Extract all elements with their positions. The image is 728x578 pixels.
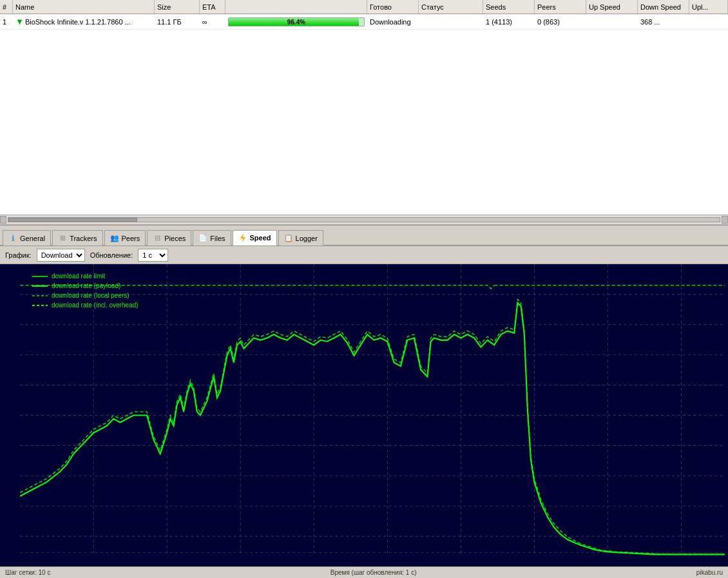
scrollbar-track[interactable] <box>8 217 720 222</box>
col-header-name: Name <box>13 0 155 14</box>
col-header-done: Готово <box>367 0 419 14</box>
col-header-downspeed: Down Speed <box>638 0 689 14</box>
torrent-num: 1 <box>0 14 13 29</box>
col-header-seeds: Seeds <box>483 0 535 14</box>
legend-line-overhead <box>32 305 48 306</box>
peers-icon: 👥 <box>110 234 119 243</box>
torrent-seeds: 1 (4113) <box>483 14 535 29</box>
scroll-left-arrow[interactable] <box>0 216 6 224</box>
progress-bar: 96.4% <box>228 17 365 26</box>
legend-line-limit <box>32 276 48 277</box>
col-header-upspeed: Up Speed <box>586 0 638 14</box>
tabs-bar: ℹ General ⊞ Trackers 👥 Peers ⊟ Pieces 📄 … <box>0 226 728 246</box>
graph-select[interactable]: Download Upload <box>37 249 85 262</box>
info-icon: ℹ <box>8 234 17 243</box>
torrent-progress: 96.4% <box>225 14 367 29</box>
legend-label-local: download rate (local peers) <box>52 291 129 300</box>
legend-label-overhead: download rate (incl. overhead) <box>52 301 139 310</box>
status-bar: Шаг сетки: 10 с Время (шаг обновления: 1… <box>0 566 728 578</box>
torrent-name: ▼ BioShock Infinite.v 1.1.21.7860 ... <box>13 14 155 29</box>
empty-list-area <box>0 30 728 215</box>
torrent-status <box>419 14 483 29</box>
col-header-status: Статус <box>419 0 483 14</box>
tab-general[interactable]: ℹ General <box>3 230 51 246</box>
status-center: Время (шаг обновления: 1 с) <box>330 569 417 576</box>
torrent-done: Downloading <box>367 14 419 29</box>
speed-icon <box>238 233 247 242</box>
table-row[interactable]: 1 ▼ BioShock Infinite.v 1.1.21.7860 ... … <box>0 14 728 30</box>
col-header-upl: Upl... <box>689 0 728 14</box>
torrent-eta: ∞ <box>200 14 225 29</box>
logger-icon: 📋 <box>284 234 293 243</box>
legend-line-payload <box>32 285 48 287</box>
update-select[interactable]: 1 с 2 с 5 с 10 с <box>138 249 168 262</box>
tab-trackers-label: Trackers <box>70 235 97 242</box>
status-right: pikabu.ru <box>696 569 723 576</box>
scroll-right-arrow[interactable] <box>722 216 728 224</box>
progress-fill <box>229 18 359 26</box>
tab-files[interactable]: 📄 Files <box>193 230 231 246</box>
tab-pieces[interactable]: ⊟ Pieces <box>147 230 191 246</box>
legend-line-local <box>32 295 48 296</box>
bottom-panel: ℹ General ⊞ Trackers 👥 Peers ⊟ Pieces 📄 … <box>0 226 728 578</box>
legend-item-local: download rate (local peers) <box>32 291 139 300</box>
col-header-num: # <box>0 0 13 14</box>
horizontal-scrollbar[interactable] <box>0 215 728 225</box>
tab-speed[interactable]: Speed <box>233 230 277 246</box>
trackers-icon: ⊞ <box>58 234 67 243</box>
tab-peers[interactable]: 👥 Peers <box>104 230 146 246</box>
torrent-upl <box>689 14 728 29</box>
chart-container: 495 0 КБ/с download rate limit download … <box>0 264 728 566</box>
tab-peers-label: Peers <box>122 235 140 242</box>
update-label: Обновление: <box>90 251 133 259</box>
torrent-size: 11.1 ГБ <box>155 14 200 29</box>
download-icon: ▼ <box>15 17 24 26</box>
legend-item-payload: download rate (payload) <box>32 282 139 291</box>
graph-label: График: <box>5 251 32 259</box>
legend-item-limit: download rate limit <box>32 272 139 281</box>
torrent-peers: 0 (863) <box>535 14 586 29</box>
torrent-upspeed <box>586 14 638 29</box>
torrent-downspeed: 368 ... <box>638 14 689 29</box>
col-header-size: Size <box>155 0 200 14</box>
legend-label-payload: download rate (payload) <box>52 282 120 291</box>
chart-legend: download rate limit download rate (paylo… <box>32 272 139 311</box>
tab-speed-label: Speed <box>250 234 271 242</box>
tab-logger-label: Logger <box>296 235 318 242</box>
tab-general-label: General <box>20 235 45 242</box>
tab-files-label: Files <box>210 235 225 242</box>
col-header-eta: ETA <box>200 0 225 14</box>
pieces-icon: ⊟ <box>153 234 162 243</box>
list-header: # Name Size ETA Готово Статус Seeds Peer… <box>0 0 728 14</box>
tab-trackers[interactable]: ⊞ Trackers <box>52 230 102 246</box>
scrollbar-thumb[interactable] <box>8 218 137 222</box>
legend-item-overhead: download rate (incl. overhead) <box>32 301 139 310</box>
controls-bar: График: Download Upload Обновление: 1 с … <box>0 246 728 264</box>
status-left: Шаг сетки: 10 с <box>5 569 50 576</box>
torrent-list-container: # Name Size ETA Готово Статус Seeds Peer… <box>0 0 728 226</box>
files-icon: 📄 <box>198 234 207 243</box>
legend-label-limit: download rate limit <box>52 272 105 281</box>
tab-logger[interactable]: 📋 Logger <box>278 230 323 246</box>
col-header-peers: Peers <box>535 0 586 14</box>
tab-pieces-label: Pieces <box>164 235 186 242</box>
col-header-progress <box>225 0 367 14</box>
